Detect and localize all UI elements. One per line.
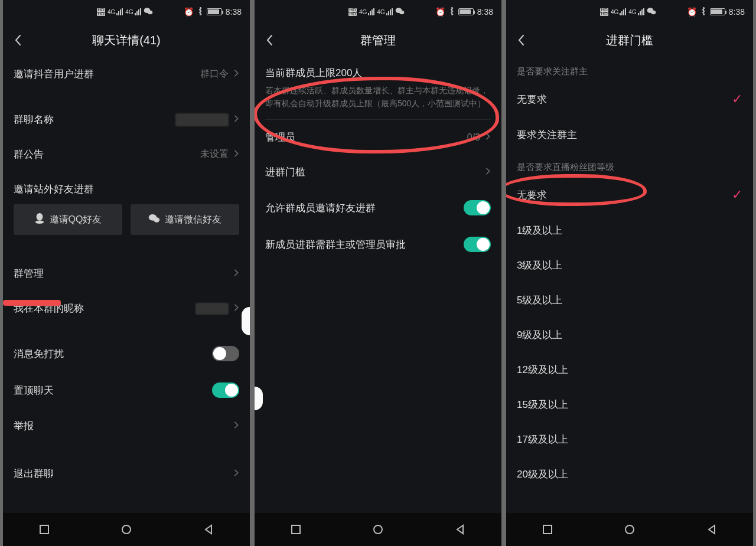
svg-point-2	[36, 213, 43, 221]
nav-back-button[interactable]	[454, 523, 467, 536]
toggle-approve[interactable]	[464, 237, 491, 252]
toggle-pin[interactable]	[212, 382, 239, 398]
svg-rect-14	[543, 525, 552, 534]
chevron-right-icon	[233, 420, 239, 432]
row-approve: 新成员进群需群主或管理员审批	[255, 226, 501, 263]
wechat-icon	[395, 7, 405, 17]
option-level-3[interactable]: 5级及以上	[506, 283, 753, 318]
wechat-icon	[144, 7, 153, 17]
svg-point-5	[154, 217, 159, 222]
option-follow-owner[interactable]: 要求关注群主	[506, 117, 753, 152]
clock-text: 8:38	[729, 7, 745, 17]
bluetooth-icon	[197, 7, 203, 17]
title-bar: 聊天详情(41)	[3, 24, 250, 57]
option-level-7[interactable]: 17级及以上	[506, 422, 753, 457]
chevron-right-icon	[233, 69, 239, 80]
chevron-right-icon	[233, 115, 239, 125]
row-group-manage[interactable]: 群管理	[3, 256, 250, 291]
battery-icon	[458, 8, 474, 15]
alarm-icon: ⏰	[435, 7, 445, 17]
alarm-icon: ⏰	[687, 7, 697, 17]
nav-back-button[interactable]	[202, 523, 215, 536]
chevron-right-icon	[233, 468, 239, 480]
chevron-right-icon	[233, 149, 239, 160]
option-level-6[interactable]: 15级及以上	[506, 387, 753, 422]
page-title: 聊天详情(41)	[92, 32, 161, 48]
row-group-name[interactable]: 群聊名称	[3, 102, 250, 137]
row-leave[interactable]: 退出群聊	[3, 456, 250, 491]
svg-point-15	[625, 525, 634, 534]
svg-point-3	[35, 221, 43, 224]
chevron-right-icon	[233, 303, 239, 314]
row-my-nickname[interactable]: 我在本群的昵称	[3, 291, 250, 326]
back-button[interactable]	[263, 33, 277, 47]
bluetooth-icon	[449, 7, 455, 17]
nav-home-button[interactable]	[623, 523, 636, 536]
invite-qq-button[interactable]: 邀请QQ好友	[14, 204, 122, 235]
nav-recent-button[interactable]	[38, 523, 51, 536]
toggle-mute[interactable]	[212, 346, 239, 361]
android-navbar	[3, 513, 250, 546]
row-invite-user[interactable]: 邀请抖音用户进群 群口令	[3, 57, 250, 91]
option-level-0[interactable]: 无要求 ✓	[506, 176, 753, 213]
alarm-icon: ⏰	[184, 7, 194, 17]
option-no-requirement-1[interactable]: 无要求 ✓	[506, 81, 753, 117]
member-limit-desc: 若本群连续活跃、群成员数量增长、群主与本群无违规记录，即有机会自动升级群成员上限…	[255, 84, 501, 119]
svg-point-13	[651, 11, 656, 15]
group-name-value-blurred	[175, 113, 229, 126]
svg-rect-6	[40, 525, 48, 534]
wechat-icon	[647, 7, 656, 17]
battery-icon	[710, 8, 725, 15]
title-bar: 群管理	[255, 24, 501, 57]
option-level-4[interactable]: 9级及以上	[506, 318, 753, 352]
nav-recent-button[interactable]	[541, 523, 554, 536]
row-allow-invite: 允许群成员邀请好友进群	[255, 189, 501, 226]
toggle-allow-invite[interactable]	[464, 200, 491, 215]
phone-screen-3: HDHD 4G 4G ⏰ 8:38 进群门槛 是否要求关注群主 无要求 ✓ 要求…	[506, 0, 753, 546]
svg-rect-10	[292, 525, 300, 534]
phone-screen-1: HDHD 4G 4G ⏰ 8:38 聊天详情(41) 邀请抖音用户进群 群口令	[3, 0, 250, 546]
back-button[interactable]	[11, 33, 25, 47]
nav-home-button[interactable]	[372, 523, 384, 536]
nav-home-button[interactable]	[120, 523, 133, 536]
clock-text: 8:38	[477, 7, 493, 17]
nav-recent-button[interactable]	[289, 523, 302, 536]
qq-icon	[34, 212, 45, 227]
wechat-icon	[148, 213, 160, 226]
back-button[interactable]	[514, 33, 529, 47]
row-mute: 消息免打扰	[3, 335, 250, 372]
svg-point-11	[374, 525, 382, 534]
title-bar: 进群门槛	[506, 24, 753, 57]
svg-point-1	[148, 11, 152, 15]
check-icon: ✓	[732, 187, 742, 202]
svg-point-7	[122, 525, 131, 534]
row-announcement[interactable]: 群公告 未设置	[3, 137, 250, 172]
option-level-8[interactable]: 20级及以上	[506, 457, 753, 492]
row-admins[interactable]: 管理员 0/3	[255, 120, 501, 155]
android-navbar	[255, 513, 501, 546]
option-level-1[interactable]: 1级及以上	[506, 213, 753, 248]
invite-wechat-button[interactable]: 邀请微信好友	[131, 204, 239, 235]
svg-point-9	[399, 11, 404, 15]
section-invite-external: 邀请站外好友进群	[3, 172, 250, 198]
row-report[interactable]: 举报	[3, 408, 250, 443]
section-fan-level: 是否要求直播粉丝团等级	[506, 152, 753, 176]
status-bar: HDHD 4G 4G ⏰ 8:38	[255, 0, 501, 24]
nav-back-button[interactable]	[705, 523, 718, 536]
member-limit-title: 当前群成员上限200人	[255, 57, 501, 84]
chevron-right-icon	[485, 132, 491, 143]
option-level-2[interactable]: 3级及以上	[506, 248, 753, 283]
section-follow-owner: 是否要求关注群主	[506, 57, 753, 81]
chevron-right-icon	[485, 166, 491, 178]
status-bar: HDHD 4G 4G ⏰ 8:38	[506, 0, 753, 24]
row-threshold[interactable]: 进群门槛	[255, 155, 501, 189]
row-pin: 置顶聊天	[3, 372, 250, 408]
option-level-5[interactable]: 12级及以上	[506, 352, 753, 387]
chevron-right-icon	[233, 268, 239, 280]
clock-text: 8:38	[226, 7, 242, 17]
phone-screen-2: HDHD 4G 4G ⏰ 8:38 群管理 当前群成员上限200人 若本群连续活…	[255, 0, 501, 546]
bluetooth-icon	[700, 7, 706, 17]
check-icon: ✓	[732, 91, 742, 107]
page-title: 群管理	[360, 32, 396, 48]
page-title: 进群门槛	[606, 32, 653, 48]
